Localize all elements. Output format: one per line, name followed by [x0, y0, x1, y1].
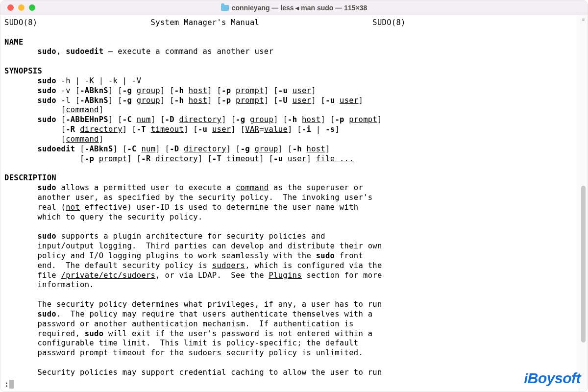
less-prompt[interactable]: :	[4, 380, 14, 389]
titlebar[interactable]: connieyang — less ◂ man sudo — 115×38	[0, 0, 588, 15]
name-cmd-sudo: sudo	[37, 47, 56, 56]
traffic-lights	[0, 4, 35, 11]
close-icon[interactable]	[7, 4, 14, 11]
man-page-content[interactable]: SUDO(8) System Manager's Manual SUDO(8) …	[0, 15, 579, 392]
cursor-icon	[9, 380, 14, 389]
header-left: SUDO(8)	[4, 18, 37, 27]
folder-icon	[221, 5, 229, 11]
header-center: System Manager's Manual	[151, 18, 260, 27]
scrollbar-thumb[interactable]	[581, 186, 586, 343]
scroll-marker-icon: ≡	[581, 17, 586, 22]
section-description-heading: DESCRIPTION	[4, 173, 56, 182]
zoom-icon[interactable]	[29, 4, 35, 11]
terminal-body: SUDO(8) System Manager's Manual SUDO(8) …	[0, 15, 588, 392]
scrollbar[interactable]: ≡	[579, 15, 588, 392]
scrollbar-track[interactable]	[580, 24, 587, 392]
terminal-window: connieyang — less ◂ man sudo — 115×38 SU…	[0, 0, 588, 392]
section-name-heading: NAME	[4, 38, 24, 47]
name-cmd-sudoedit: sudoedit	[66, 47, 103, 56]
window-title-text: connieyang — less ◂ man sudo — 115×38	[232, 4, 368, 12]
section-synopsis-heading: SYNOPSIS	[4, 67, 42, 75]
header-right: SUDO(8)	[372, 18, 405, 27]
minimize-icon[interactable]	[18, 4, 24, 11]
window-title: connieyang — less ◂ man sudo — 115×38	[0, 4, 588, 12]
